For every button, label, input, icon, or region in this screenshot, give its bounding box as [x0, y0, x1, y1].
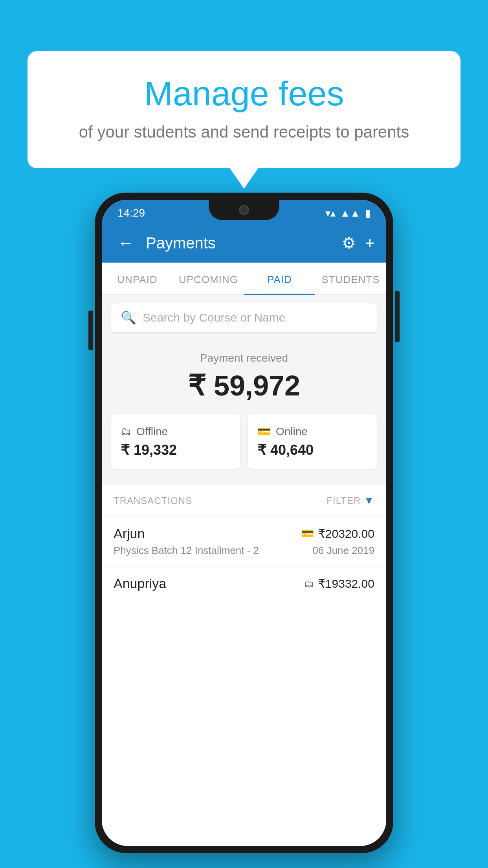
phone-outer: 14:29 ▾▴ ▲▲ ▮ ← Payments ⚙ + UNPAID [95, 193, 393, 853]
status-icons: ▾▴ ▲▲ ▮ [325, 207, 371, 219]
app-header: ← Payments ⚙ + [102, 223, 386, 263]
cash-payment-icon: 🗂 [304, 577, 314, 590]
card-payment-icon: 💳 [301, 528, 314, 540]
search-box[interactable]: 🔍 Search by Course or Name [111, 303, 377, 332]
payment-total-amount: ₹ 59,972 [111, 369, 377, 402]
transaction-bottom: Physics Batch 12 Installment - 2 06 June… [114, 544, 374, 557]
search-icon: 🔍 [121, 310, 136, 325]
online-icon: 💳 [257, 425, 271, 438]
search-container: 🔍 Search by Course or Name [102, 295, 386, 340]
payment-received-label: Payment received [111, 352, 377, 364]
filter-label: FILTER [327, 495, 361, 506]
student-name: Arjun [114, 526, 145, 541]
transaction-amount: ₹20320.00 [318, 527, 374, 541]
status-time: 14:29 [117, 207, 145, 219]
tab-upcoming[interactable]: UPCOMING [173, 263, 244, 294]
wifi-icon: ▾▴ [325, 207, 336, 219]
payment-summary: Payment received ₹ 59,972 🗂 Offline ₹ 19… [102, 340, 386, 485]
transactions-header: TRANSACTIONS FILTER ▼ [102, 485, 386, 516]
transactions-label: TRANSACTIONS [114, 495, 192, 506]
transaction-date: 06 June 2019 [312, 544, 374, 557]
bubble-subtitle: of your students and send receipts to pa… [47, 121, 441, 143]
tab-paid[interactable]: PAID [244, 263, 315, 294]
search-input[interactable]: Search by Course or Name [143, 311, 286, 324]
transaction-top: Anupriya 🗂 ₹19332.00 [114, 576, 374, 591]
signal-icon: ▲▲ [340, 207, 360, 219]
add-icon[interactable]: + [365, 234, 374, 252]
online-card: 💳 Online ₹ 40,640 [248, 414, 377, 469]
transaction-top: Arjun 💳 ₹20320.00 [114, 526, 374, 541]
page-title: Payments [146, 234, 334, 252]
online-label: Online [276, 425, 308, 438]
online-card-header: 💳 Online [257, 425, 308, 438]
offline-label: Offline [136, 425, 168, 438]
course-name: Physics Batch 12 Installment - 2 [114, 544, 259, 557]
back-button[interactable]: ← [114, 230, 138, 256]
speech-bubble: Manage fees of your students and send re… [28, 51, 460, 168]
tab-unpaid[interactable]: UNPAID [102, 263, 173, 294]
gear-icon[interactable]: ⚙ [342, 234, 356, 252]
payment-cards: 🗂 Offline ₹ 19,332 💳 Online ₹ 40,640 [111, 414, 377, 469]
table-row[interactable]: Arjun 💳 ₹20320.00 Physics Batch 12 Insta… [102, 516, 386, 566]
amount-container: 💳 ₹20320.00 [301, 527, 374, 541]
speech-bubble-container: Manage fees of your students and send re… [28, 51, 460, 168]
camera [239, 205, 249, 215]
table-row[interactable]: Anupriya 🗂 ₹19332.00 [102, 566, 386, 600]
tab-students[interactable]: STUDENTS [315, 263, 386, 294]
filter-icon: ▼ [364, 495, 374, 507]
transaction-amount: ₹19332.00 [318, 577, 374, 590]
tabs-container: UNPAID UPCOMING PAID STUDENTS [102, 263, 386, 295]
battery-icon: ▮ [365, 207, 371, 219]
offline-card: 🗂 Offline ₹ 19,332 [111, 414, 240, 469]
amount-container: 🗂 ₹19332.00 [304, 577, 374, 590]
phone-mockup: 14:29 ▾▴ ▲▲ ▮ ← Payments ⚙ + UNPAID [95, 193, 393, 853]
offline-amount: ₹ 19,332 [121, 442, 177, 458]
student-name: Anupriya [114, 576, 166, 591]
offline-icon: 🗂 [121, 425, 132, 438]
phone-inner: 14:29 ▾▴ ▲▲ ▮ ← Payments ⚙ + UNPAID [102, 200, 386, 846]
filter-button[interactable]: FILTER ▼ [327, 495, 374, 507]
phone-notch [209, 200, 279, 220]
online-amount: ₹ 40,640 [257, 442, 314, 458]
offline-card-header: 🗂 Offline [121, 425, 168, 438]
bubble-title: Manage fees [47, 75, 441, 113]
header-actions: ⚙ + [342, 234, 374, 252]
